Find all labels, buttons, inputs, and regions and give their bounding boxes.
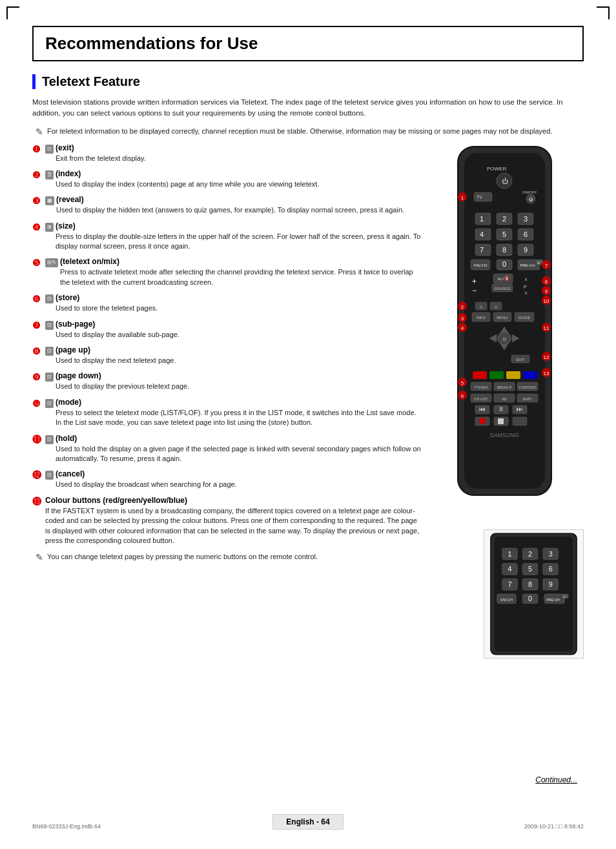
feature-icon-mode: ⊡: [45, 399, 54, 408]
feature-icon-hold: ⊡: [45, 435, 54, 444]
feature-num-13: ⓭: [32, 496, 43, 507]
svg-text:🔇: 🔇: [504, 275, 510, 281]
feature-icon-cancel: ⊡: [45, 471, 54, 480]
feature-desc-3: Used to display the hidden text (answers…: [56, 205, 422, 215]
feature-item-colour: ⓭ Colour buttons (red/green/yellow/blue)…: [32, 496, 422, 546]
right-col: POWER ⏻ TV ON/OFF ⏻ 1 2 3: [435, 143, 584, 659]
section-heading-wrapper: Teletext Feature: [32, 74, 584, 89]
svg-text:9: 9: [545, 289, 548, 294]
svg-text:3: 3: [549, 549, 553, 557]
feature-content-8: (page up) Used to display the next telet…: [56, 345, 422, 365]
note-block-2: ✎ You can change teletext pages by press…: [32, 551, 422, 562]
feature-title-1: (exit): [56, 143, 422, 152]
feature-desc-10: Press to select the teletext mode (LIST/…: [56, 408, 422, 428]
feature-content-3: (reveal) Used to display the hidden text…: [56, 195, 422, 215]
feature-content-12: (cancel) Used to display the broadcast w…: [56, 469, 422, 489]
feature-num-3: ❸: [32, 195, 43, 207]
feature-icon-size: ⊞: [45, 223, 54, 232]
feature-num-11: ⓫: [32, 434, 43, 445]
feature-desc-1: Exit from the teletext display.: [56, 154, 422, 163]
svg-text:3: 3: [461, 316, 464, 322]
section-heading: Teletext Feature: [42, 74, 140, 88]
feature-num-7: ❼: [32, 320, 43, 331]
feature-title-10: (mode): [56, 398, 422, 407]
feature-desc-8: Used to display the next teletext page.: [56, 356, 422, 365]
feature-title-2: (index): [56, 169, 422, 178]
feature-num-2: ❷: [32, 169, 43, 181]
feature-content-1: (exit) Exit from the teletext display.: [56, 143, 422, 163]
feature-icon-teletext: ⊟✎: [45, 258, 58, 267]
feature-item-pagedown: ❾ ⊡ (page down) Used to display the prev…: [32, 371, 422, 391]
feature-item-index: ❷ ☰ (index) Used to display the index (c…: [32, 169, 422, 189]
feature-title-7: (sub-page): [56, 320, 422, 329]
remote-control-image: POWER ⏻ TV ON/OFF ⏻ 1 2 3: [435, 143, 574, 518]
feature-icon-store: ⊡: [45, 294, 54, 303]
svg-text:3: 3: [524, 215, 528, 223]
intro-text: Most television stations provide written…: [32, 97, 584, 119]
note-block-1: ✎ For teletext information to be display…: [32, 126, 584, 137]
feature-num-9: ❾: [32, 371, 43, 383]
svg-text:⊞: ⊞: [537, 261, 540, 265]
feature-item-teletext: ❺ ⊟✎ (teletext on/mix) Press to activate…: [32, 257, 422, 287]
svg-text:⏻: ⏻: [502, 178, 508, 185]
feature-desc-4: Press to display the double-size letters…: [56, 232, 422, 252]
feature-icon-exit: ⊡: [45, 145, 54, 154]
svg-rect-87: [523, 371, 537, 379]
svg-text:8: 8: [502, 246, 506, 254]
feature-title-12: (cancel): [56, 469, 422, 478]
svg-text:FAV.CH: FAV.CH: [474, 263, 488, 267]
page-wrapper: Recommendations for Use Teletext Feature…: [0, 0, 616, 849]
svg-point-111: [479, 418, 486, 424]
feature-icon-pageup: ⊡: [45, 347, 54, 356]
feature-item-reveal: ❸ ▦ (reveal) Used to display the hidden …: [32, 195, 422, 215]
feature-num-12: ⓬: [32, 469, 43, 481]
svg-text:ON/OFF: ON/OFF: [522, 190, 537, 194]
svg-text:0: 0: [502, 260, 506, 268]
svg-text:SAMSUNG: SAMSUNG: [489, 432, 519, 438]
svg-text:5: 5: [528, 565, 532, 573]
feature-num-8: ❽: [32, 345, 43, 357]
svg-text:5: 5: [461, 380, 464, 386]
svg-text:6: 6: [549, 565, 553, 573]
feature-item-cancel: ⓬ ⊡ (cancel) Used to display the broadca…: [32, 469, 422, 489]
svg-text:9: 9: [549, 580, 553, 588]
svg-text:⊡: ⊡: [495, 305, 497, 309]
svg-text:1: 1: [508, 549, 511, 557]
feature-content-6: (store) Used to store the teletext pages…: [56, 293, 422, 313]
feature-content-9: (page down) Used to display the previous…: [56, 371, 422, 391]
svg-text:6: 6: [461, 393, 464, 399]
svg-text:⊞: ⊞: [563, 595, 565, 598]
svg-rect-86: [506, 371, 520, 379]
svg-text:1: 1: [461, 195, 464, 201]
svg-text:10: 10: [544, 298, 549, 304]
svg-text:+: +: [472, 277, 477, 286]
feature-title-4: (size): [56, 221, 422, 230]
feature-num-4: ❹: [32, 221, 43, 233]
svg-text:CONTENT: CONTENT: [519, 385, 537, 389]
feature-content-7: (sub-page) Used to display the available…: [56, 320, 422, 340]
svg-text:4: 4: [508, 565, 511, 573]
svg-rect-85: [489, 371, 504, 379]
svg-text:∧: ∧: [524, 277, 528, 281]
svg-text:P: P: [524, 285, 527, 289]
svg-text:MENU: MENU: [497, 316, 508, 320]
feature-num-5: ❺: [32, 257, 43, 269]
page-title: Recommendations for Use: [45, 34, 258, 53]
note-icon-1: ✎: [36, 127, 43, 137]
svg-text:7: 7: [508, 580, 511, 588]
svg-text:SUBT.: SUBT.: [522, 397, 533, 401]
feature-item-store: ❻ ⊡ (store) Used to store the teletext p…: [32, 293, 422, 313]
feature-title-13: Colour buttons (red/green/yellow/blue): [45, 496, 422, 505]
feature-desc-7: Used to display the available sub-page.: [56, 330, 422, 340]
feature-content-5: (teletext on/mix) Press to activate tele…: [60, 257, 422, 287]
feature-num-10: ❿: [32, 398, 43, 409]
svg-text:⏮: ⏮: [479, 405, 486, 413]
svg-text:GUIDE: GUIDE: [518, 316, 530, 320]
svg-text:5: 5: [502, 230, 506, 238]
svg-text:⏻: ⏻: [529, 197, 533, 201]
feature-title-8: (page up): [56, 345, 422, 354]
svg-text:7: 7: [480, 246, 484, 254]
feature-item-pageup: ❽ ⊡ (page up) Used to display the next t…: [32, 345, 422, 365]
feature-item-hold: ⓫ ⊡ (hold) Used to hold the display on a…: [32, 434, 422, 464]
feature-title-9: (page down): [56, 371, 422, 380]
